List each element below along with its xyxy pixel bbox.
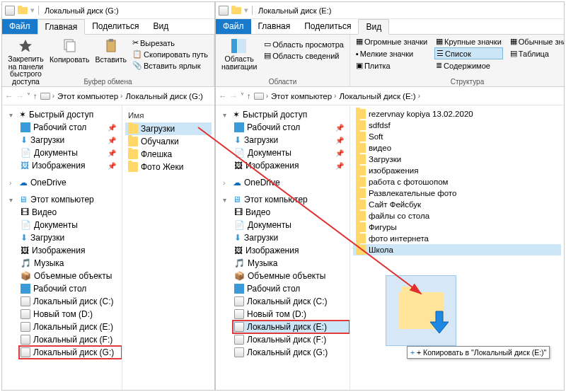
tree-drive-d[interactable]: Новый том (D:) [19,308,122,321]
titlebar[interactable]: ▾ │ Локальный диск (E:) [216,2,564,19]
paste-button[interactable]: Вставить [94,36,129,65]
fwd-button[interactable]: → [230,92,238,100]
up-button[interactable]: ↑ [247,92,251,100]
tree-3dobj[interactable]: 📦Объемные объекты [19,270,122,282]
file-item[interactable]: Фигуры [353,221,561,233]
column-header-name[interactable]: Имя [125,110,212,122]
navpane-button[interactable]: Область навигации [220,36,258,71]
file-item[interactable]: Развлекательные фото [353,188,561,199]
layout-large[interactable]: ▦ Крупные значки [434,36,503,47]
tree-drive-d[interactable]: Новый том (D:) [233,308,350,321]
tab-home[interactable]: Главная [251,19,298,34]
layout-content[interactable]: ≣ Содержимое [434,60,503,71]
tree-drive-f[interactable]: Локальный диск (F:) [19,333,122,346]
file-list[interactable]: rezervnay kopiya 13.02.2020 sdfdsf Soft … [350,105,564,390]
crumb-pc[interactable]: Этот компьютер› [271,92,336,100]
file-item[interactable]: Фото Жеки [125,161,212,173]
tree-downloads[interactable]: ⬇Загрузки📌 [19,134,122,146]
crumb-pc[interactable]: Этот компьютер› [57,92,122,100]
file-item[interactable]: фото интернета [353,233,561,244]
layout-tiles[interactable]: ▣ Плитка [354,60,429,71]
file-item[interactable]: видео [353,142,561,154]
tree-docs2[interactable]: 📄Документы [19,219,122,231]
layout-normal[interactable]: ▦ Обычные значки [509,36,564,47]
file-item[interactable]: изображения [353,165,561,176]
tree-docs2[interactable]: 📄Документы [233,219,350,231]
tree-quick-access[interactable]: ▾✶ Быстрый доступ [221,108,350,121]
cut-button[interactable]: ✂Вырезать [131,38,209,48]
tab-file[interactable]: Файл [216,19,251,34]
tree-desk2[interactable]: Рабочий стол [233,282,350,295]
tree-dl2[interactable]: ⬇Загрузки [19,231,122,244]
tree-desk2[interactable]: Рабочий стол [19,282,122,295]
titlebar[interactable]: ▾ │ Локальный диск (G:) [2,2,214,19]
copypath-button[interactable]: 📋Скопировать путь [131,49,209,59]
file-item[interactable]: Загрузки [353,154,561,165]
address-bar[interactable]: ← → ˅ ↑ › Этот компьютер› Локальный диск… [216,87,564,105]
tree-drive-g[interactable]: Локальный диск (G:) [233,346,350,359]
file-item[interactable]: sdfdsf [353,120,561,131]
nav-tree[interactable]: ▾✶ Быстрый доступ Рабочий стол📌 ⬇Загрузк… [216,105,350,390]
file-item-shkola[interactable]: Школа [353,244,561,255]
file-item[interactable]: Обучалки [125,135,212,148]
tree-onedrive[interactable]: ›☁OneDrive [221,176,350,189]
tree-drive-g[interactable]: Локальный диск (G:) [19,346,122,359]
tab-share[interactable]: Поделиться [297,19,358,34]
layout-table[interactable]: ▤ Таблица [509,47,564,59]
layout-huge[interactable]: ▦ Огромные значки [354,36,429,47]
tree-drive-e[interactable]: Локальный диск (E:) [19,321,122,333]
tree-drive-c[interactable]: Локальный диск (C:) [19,295,122,308]
file-item[interactable]: работа с фотошопом [353,176,561,188]
tab-view[interactable]: Вид [358,19,389,35]
tree-drive-c[interactable]: Локальный диск (C:) [233,295,350,308]
tree-pictures[interactable]: 🖼Изображения📌 [19,159,122,172]
tree-thispc[interactable]: ▾🖥Этот компьютер [221,193,350,206]
file-item-zagruzki[interactable]: Загрузки [125,122,212,135]
file-item[interactable]: Сайт Фейсбук [353,199,561,210]
tree-3dobj[interactable]: 📦Объемные объекты [233,270,350,282]
recent-dropdown[interactable]: ˅ [27,92,30,100]
crumb-root[interactable]: › [254,92,268,100]
file-item[interactable]: файлы со стола [353,210,561,221]
details-pane-button[interactable]: ▤Область сведений [262,50,345,61]
up-button[interactable]: ↑ [33,92,37,100]
fwd-button[interactable]: → [16,92,25,100]
tree-documents[interactable]: 📄Документы📌 [19,146,122,159]
tree-drive-f[interactable]: Локальный диск (F:) [233,333,350,346]
file-list[interactable]: Имя Загрузки Обучалки Флешка Фото Жеки [122,105,214,390]
layout-small[interactable]: ▪ Мелкие значки [354,47,429,59]
tree-music[interactable]: 🎵Музыка [233,257,350,270]
layout-list[interactable]: ☰ Список [434,47,503,59]
tree-video[interactable]: 🎞Видео [233,206,350,219]
tab-home[interactable]: Главная [37,19,86,35]
file-item[interactable]: Soft [353,131,561,142]
tree-music[interactable]: 🎵Музыка [19,257,122,270]
tree-desktop[interactable]: Рабочий стол📌 [19,121,122,134]
tree-downloads[interactable]: ⬇Загрузки📌 [233,134,350,146]
tree-pic2[interactable]: 🖼Изображения [19,244,122,257]
pasteshortcut-button[interactable]: 📎Вставить ярлык [131,60,209,71]
tab-view[interactable]: Вид [146,19,175,34]
tree-pic2[interactable]: 🖼Изображения [233,244,350,257]
tab-file[interactable]: Файл [2,19,37,34]
crumb-root[interactable]: › [40,92,54,100]
tree-thispc[interactable]: ▾🖥Этот компьютер [8,193,122,206]
address-bar[interactable]: ← → ˅ ↑ › Этот компьютер› Локальный диск… [2,87,214,105]
preview-pane-button[interactable]: ▭Область просмотра [262,39,345,50]
tree-desktop[interactable]: Рабочий стол📌 [233,121,350,134]
file-item[interactable]: rezervnay kopiya 13.02.2020 [353,108,561,120]
tree-pictures[interactable]: 🖼Изображения📌 [233,159,350,172]
tree-onedrive[interactable]: ›☁OneDrive [8,176,122,189]
file-item[interactable]: Флешка [125,148,212,161]
tree-dl2[interactable]: ⬇Загрузки [233,231,350,244]
tree-video[interactable]: 🎞Видео [19,206,122,219]
copy-button[interactable]: Копировать [48,36,91,65]
crumb-drive[interactable]: Локальный диск (G:) [125,92,202,100]
back-button[interactable]: ← [219,92,227,100]
nav-tree[interactable]: ▾✶ Быстрый доступ Рабочий стол📌 ⬇Загрузк… [2,105,122,390]
crumb-drive[interactable]: Локальный диск (E:)› [339,92,420,100]
tree-documents[interactable]: 📄Документы📌 [233,146,350,159]
tree-drive-e[interactable]: Локальный диск (E:) [233,321,350,333]
tree-quick-access[interactable]: ▾✶ Быстрый доступ [8,108,122,121]
tab-share[interactable]: Поделиться [85,19,146,34]
